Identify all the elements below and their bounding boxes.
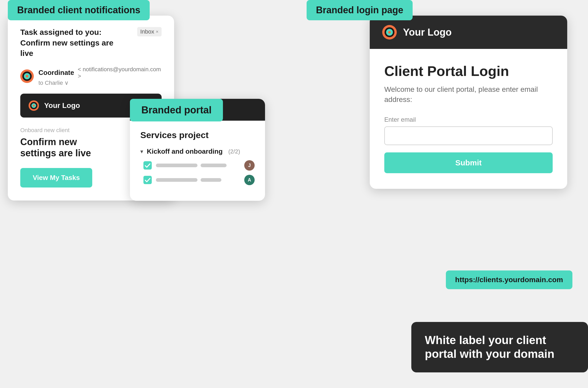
inbox-badge: Inbox × [137, 27, 162, 36]
avatar-2: A [244, 175, 255, 185]
svg-rect-12 [143, 161, 152, 170]
avatar-1: J [244, 160, 255, 171]
url-badge: https://clients.yourdomain.com [446, 270, 572, 289]
email-input[interactable] [384, 126, 553, 145]
notifications-badge: Branded client notifications [8, 0, 150, 20]
svg-point-7 [33, 105, 35, 107]
login-title: Client Portal Login [384, 63, 553, 79]
notif-title: Task assigned to you: Confirm new settin… [20, 27, 119, 59]
scene: Branded client notifications Branded log… [0, 0, 588, 388]
login-logo-text: Your Logo [403, 27, 452, 38]
email-banner-text: Your Logo [44, 101, 80, 110]
white-label-text: White label your client portal with your… [425, 333, 574, 361]
svg-point-17 [388, 31, 391, 34]
login-header: Your Logo [370, 16, 567, 49]
section-title: Kickoff and onboarding [147, 147, 223, 156]
sender-to: to Charlie ∨ [38, 80, 162, 86]
inbox-label: Inbox [140, 28, 154, 35]
login-card: Your Logo Client Portal Login Welcome to… [370, 16, 567, 189]
task-row: A [140, 175, 255, 185]
sender-email: < notifications@yourdomain.com > [78, 66, 162, 80]
section-count: (2/2) [228, 148, 240, 155]
login-badge: Branded login page [307, 0, 413, 20]
task-bar-1 [156, 164, 240, 167]
submit-button[interactable]: Submit [384, 152, 553, 173]
portal-project-title: Services project [140, 130, 255, 140]
inbox-close-icon[interactable]: × [156, 29, 158, 35]
chevron-down-icon: ▾ [140, 148, 143, 155]
email-label: Enter email [384, 116, 553, 123]
sender-logo [20, 69, 34, 83]
white-label-box: White label your client portal with your… [411, 322, 588, 372]
task-row: J [140, 160, 255, 171]
svg-rect-13 [143, 176, 152, 184]
login-subtitle: Welcome to our client portal, please ent… [384, 84, 553, 105]
portal-badge: Branded portal [130, 99, 223, 121]
task-bar-2 [156, 178, 240, 182]
svg-point-3 [26, 75, 28, 77]
view-tasks-button[interactable]: View My Tasks [20, 168, 92, 187]
sender-name: Coordinate [38, 69, 74, 77]
